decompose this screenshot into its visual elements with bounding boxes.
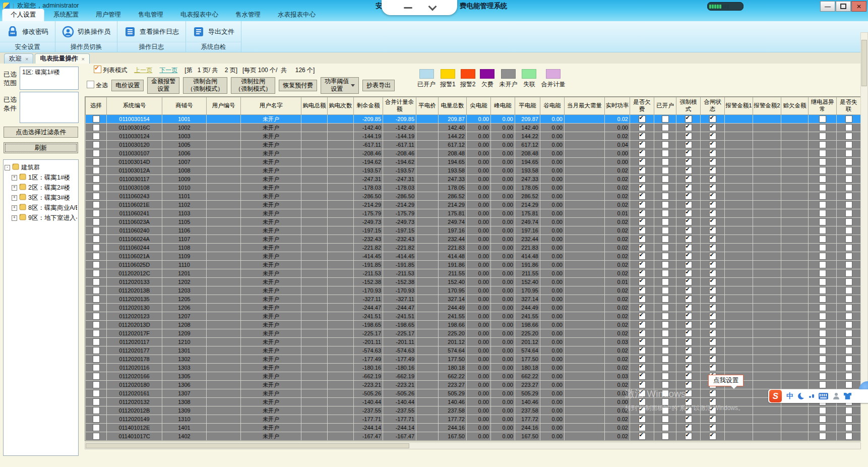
column-header-9[interactable]: 合并计量余额 <box>383 97 416 115</box>
lost-link-checkbox[interactable] <box>845 218 852 225</box>
switch-state-checkbox[interactable] <box>709 270 716 277</box>
lost-link-checkbox[interactable] <box>845 176 852 183</box>
relay-fault-checkbox[interactable] <box>819 347 826 354</box>
owe-checkbox[interactable] <box>639 381 646 388</box>
column-header-7[interactable]: 购电次数 <box>328 97 354 115</box>
menu-tab-6[interactable]: 售水管理 <box>227 9 269 21</box>
close-button[interactable]: ✕ <box>851 1 866 12</box>
row-select-checkbox[interactable] <box>93 124 100 131</box>
moon-icon[interactable] <box>798 393 804 399</box>
tree-item-5[interactable]: +9区：地下室进入-电表 <box>12 213 77 223</box>
force-mode-checkbox[interactable] <box>685 201 692 208</box>
row-select-checkbox[interactable] <box>93 416 100 423</box>
switch-state-checkbox[interactable] <box>709 416 716 423</box>
lost-link-checkbox[interactable] <box>845 321 852 328</box>
opened-checkbox[interactable] <box>662 261 669 268</box>
force-mode-checkbox[interactable] <box>685 313 692 320</box>
owe-checkbox[interactable] <box>639 227 646 234</box>
owe-checkbox[interactable] <box>639 287 646 294</box>
sogou-logo-icon[interactable]: S <box>769 390 782 402</box>
force-mode-checkbox[interactable] <box>685 398 692 405</box>
lost-link-checkbox[interactable] <box>845 296 852 303</box>
lost-link-checkbox[interactable] <box>845 261 852 268</box>
ime-settings-tooltip[interactable]: 点我设置 <box>708 375 743 386</box>
row-select-checkbox[interactable] <box>93 227 100 234</box>
opened-checkbox[interactable] <box>662 184 669 191</box>
vertical-scrollbar[interactable] <box>860 32 868 403</box>
relay-fault-checkbox[interactable] <box>819 244 826 251</box>
opened-checkbox[interactable] <box>662 356 669 363</box>
row-select-checkbox[interactable] <box>93 424 100 431</box>
table-row[interactable]: 011106023A1105未开户-249.73-249.73249.740.0… <box>86 218 861 226</box>
opened-checkbox[interactable] <box>662 158 669 165</box>
table-row[interactable]: 01110602431101未开户-286.50-286.50286.520.0… <box>86 192 861 201</box>
table-row[interactable]: 01120201301206未开户-244.47-244.47244.490.0… <box>86 304 861 312</box>
owe-checkbox[interactable] <box>639 347 646 354</box>
column-header-20[interactable]: 强制模式 <box>676 97 701 115</box>
row-select-checkbox[interactable] <box>93 115 100 123</box>
action-button-2[interactable]: 金额报警 设置 <box>147 77 179 94</box>
table-row[interactable]: 011003014D1007未开户-194.62-194.62194.650.0… <box>86 158 861 166</box>
switch-state-checkbox[interactable] <box>709 236 716 243</box>
relay-fault-checkbox[interactable] <box>819 253 826 260</box>
switch-state-checkbox[interactable] <box>709 115 716 123</box>
switch-state-checkbox[interactable] <box>709 407 716 414</box>
opened-checkbox[interactable] <box>662 176 669 183</box>
column-header-21[interactable]: 合闸状态 <box>701 97 725 115</box>
force-mode-checkbox[interactable] <box>685 287 692 294</box>
menu-tab-5[interactable]: 电表报表中心 <box>172 9 226 21</box>
opened-checkbox[interactable] <box>662 433 669 440</box>
force-mode-checkbox[interactable] <box>685 210 692 217</box>
table-row[interactable]: 01120201161303未开户-180.16-180.16180.180.0… <box>86 364 861 372</box>
action-button-6[interactable]: 功率阈值 设置 <box>321 77 359 94</box>
force-mode-checkbox[interactable] <box>685 304 692 311</box>
force-mode-checkbox[interactable] <box>685 150 692 157</box>
lost-link-checkbox[interactable] <box>845 227 852 234</box>
switch-state-checkbox[interactable] <box>709 133 716 140</box>
table-row[interactable]: 011106021A1109未开户-414.45-414.45414.480.0… <box>86 252 861 261</box>
switch-state-checkbox[interactable] <box>709 296 716 303</box>
relay-fault-checkbox[interactable] <box>819 433 826 440</box>
force-mode-checkbox[interactable] <box>685 330 692 337</box>
opened-checkbox[interactable] <box>662 124 669 131</box>
table-row[interactable]: 01100301201005未开户-617.11-617.11617.120.0… <box>86 141 861 149</box>
owe-checkbox[interactable] <box>639 356 646 363</box>
lost-link-checkbox[interactable] <box>845 373 852 380</box>
owe-checkbox[interactable] <box>639 338 646 345</box>
switch-state-checkbox[interactable] <box>709 193 716 200</box>
opened-checkbox[interactable] <box>662 133 669 140</box>
relay-fault-checkbox[interactable] <box>819 278 826 285</box>
force-mode-checkbox[interactable] <box>685 424 692 431</box>
lost-link-checkbox[interactable] <box>845 364 852 371</box>
owe-checkbox[interactable] <box>639 270 646 277</box>
switch-state-checkbox[interactable] <box>709 364 716 371</box>
lost-link-checkbox[interactable] <box>845 236 852 243</box>
force-mode-checkbox[interactable] <box>685 407 692 414</box>
table-row[interactable]: 01120201801306未开户-223.21-223.21223.270.0… <box>86 381 861 389</box>
switch-state-checkbox[interactable] <box>709 244 716 251</box>
force-mode-checkbox[interactable] <box>685 218 692 225</box>
force-mode-checkbox[interactable] <box>685 261 692 268</box>
table-row[interactable]: 01100301071006未开户-208.46-208.46208.480.0… <box>86 149 861 158</box>
row-select-checkbox[interactable] <box>93 321 100 328</box>
relay-fault-checkbox[interactable] <box>819 261 826 268</box>
vertical-scrollbar-thumb[interactable] <box>861 40 867 86</box>
row-select-checkbox[interactable] <box>93 184 100 191</box>
table-row[interactable]: 011106025D1110未开户-191.85-191.85191.860.0… <box>86 261 861 269</box>
switch-state-checkbox[interactable] <box>709 313 716 320</box>
switch-state-checkbox[interactable] <box>709 158 716 165</box>
row-select-checkbox[interactable] <box>93 167 100 174</box>
tree-expander-icon[interactable]: - <box>5 165 10 170</box>
prev-page-link[interactable]: 上一页 <box>134 66 152 75</box>
relay-fault-checkbox[interactable] <box>819 356 826 363</box>
lost-link-checkbox[interactable] <box>845 184 852 191</box>
table-row[interactable]: 01110602441108未开户-221.82-221.82221.830.0… <box>86 244 861 252</box>
row-select-checkbox[interactable] <box>93 133 100 140</box>
lost-link-checkbox[interactable] <box>845 381 852 388</box>
lost-link-checkbox[interactable] <box>845 253 852 260</box>
opened-checkbox[interactable] <box>662 330 669 337</box>
lost-link-checkbox[interactable] <box>845 330 852 337</box>
lost-link-checkbox[interactable] <box>845 193 852 200</box>
relay-fault-checkbox[interactable] <box>819 313 826 320</box>
table-row[interactable]: 01120201231207未开户-241.51-241.51241.550.0… <box>86 312 861 321</box>
